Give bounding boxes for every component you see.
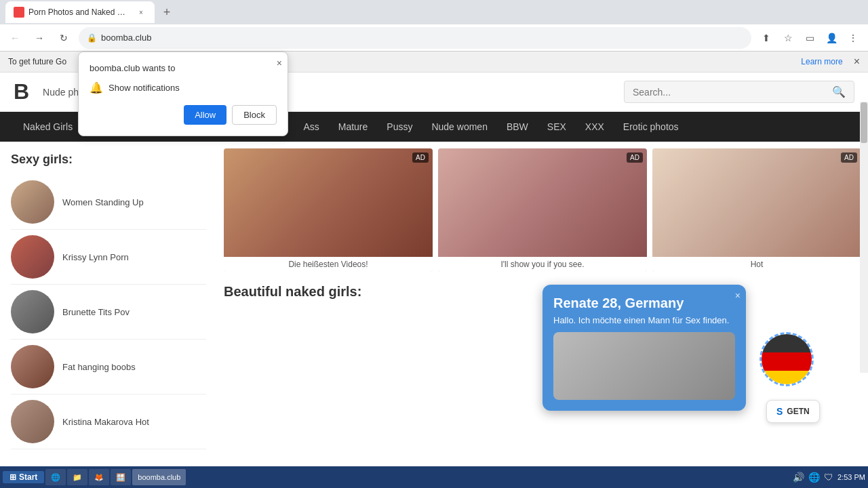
- ad-image: [224, 148, 433, 257]
- lock-icon: 🔒: [87, 33, 97, 43]
- menu-icon[interactable]: ⋮: [844, 28, 863, 47]
- taskbar-firefox-icon[interactable]: 🦊: [89, 469, 109, 485]
- scrollbar-thumb[interactable]: [861, 102, 867, 143]
- tab-title: Porn Photos and Naked Girls - Boom...: [28, 7, 132, 17]
- security-icon[interactable]: 🛡: [824, 472, 833, 483]
- ad-grid: AD Die heißesten Videos! AD I'll show yo…: [224, 148, 861, 272]
- system-time: 2:53 PM: [837, 473, 865, 481]
- cat-pussy[interactable]: Pussy: [377, 112, 422, 142]
- list-item[interactable]: Krissy Lynn Porn: [11, 230, 206, 285]
- taskbar-system-icons: 🔊 🌐 🛡 2:53 PM: [793, 472, 865, 483]
- cat-naked-girls[interactable]: Naked Girls: [14, 112, 82, 142]
- german-flag-icon: [760, 332, 814, 386]
- thumbnail: [11, 345, 54, 388]
- ad-caption: Die heißesten Videos!: [224, 257, 433, 272]
- tab-bar: Porn Photos and Naked Girls - Boom... × …: [0, 0, 868, 24]
- search-icon[interactable]: 🔍: [832, 85, 846, 98]
- dating-popup-close-icon[interactable]: ×: [735, 290, 741, 301]
- toolbar-icons: ⬆ ☆ ▭ 👤 ⋮: [757, 28, 863, 47]
- ad-caption: Hot: [652, 257, 861, 272]
- share-icon[interactable]: ⬆: [757, 28, 776, 47]
- list-item[interactable]: Kristina Makarova Hot: [11, 394, 206, 449]
- scrollbar[interactable]: [860, 102, 868, 373]
- thumbnail: [11, 235, 54, 279]
- sidebar: Sexy girls: Women Standing Up Krissy Lyn…: [0, 142, 217, 479]
- popup-permission-item: 🔔 Show notifications: [90, 81, 277, 94]
- url-bar[interactable]: 🔒 boomba.club: [79, 27, 751, 49]
- flag-red-stripe: [762, 352, 812, 371]
- ad-caption: I'll show you if you see.: [438, 257, 647, 272]
- ad-card[interactable]: AD I'll show you if you see.: [438, 148, 647, 272]
- sidebar-item-label: Fat hanging boobs: [62, 362, 136, 372]
- list-item[interactable]: Women Standing Up: [11, 175, 206, 230]
- ad-card[interactable]: AD Hot: [652, 148, 861, 272]
- sidebar-item-label: Women Standing Up: [62, 197, 144, 207]
- forward-button[interactable]: →: [30, 28, 49, 47]
- thumb-image: [11, 180, 54, 224]
- back-button[interactable]: ←: [5, 28, 24, 47]
- new-tab-button[interactable]: +: [157, 3, 176, 22]
- url-text: boomba.club: [101, 33, 743, 43]
- learn-more-link[interactable]: Learn more: [801, 57, 842, 66]
- cat-mature[interactable]: Mature: [329, 112, 378, 142]
- sidebar-title: Sexy girls:: [11, 152, 206, 167]
- popup-item-text: Show notifications: [108, 83, 180, 93]
- start-label: Start: [19, 472, 37, 482]
- bell-icon: 🔔: [90, 81, 103, 94]
- dating-popup-name: Renate 28, Germany: [553, 296, 735, 311]
- thumbnail: [11, 400, 54, 443]
- ad-card[interactable]: AD Die heißesten Videos!: [224, 148, 433, 272]
- taskbar-folder-icon[interactable]: 📁: [67, 469, 87, 485]
- thumb-image: [11, 235, 54, 279]
- ad-image: [438, 148, 647, 257]
- popup-close-icon[interactable]: ×: [277, 58, 282, 68]
- taskbar-browser-window[interactable]: boomba.club: [132, 469, 186, 485]
- ad-badge: AD: [627, 152, 643, 163]
- ad-badge: AD: [841, 152, 857, 163]
- getnv-label: GETN: [787, 407, 809, 416]
- list-item[interactable]: Brunette Tits Pov: [11, 285, 206, 340]
- reload-button[interactable]: ↻: [54, 28, 73, 47]
- notification-permission-popup: × boomba.club wants to 🔔 Show notificati…: [78, 52, 288, 136]
- sidebar-item-label: Kristina Makarova Hot: [62, 417, 149, 427]
- allow-button[interactable]: Allow: [184, 105, 226, 125]
- tab-favicon: [14, 7, 24, 18]
- notification-close-icon[interactable]: ×: [854, 56, 860, 68]
- thumbnail: [11, 290, 54, 333]
- cat-erotic-photos[interactable]: Erotic photos: [614, 112, 688, 142]
- taskbar-edge-icon[interactable]: 🪟: [111, 469, 131, 485]
- profile-icon[interactable]: 👤: [822, 28, 841, 47]
- thumb-image: [11, 290, 54, 333]
- tab-close-icon[interactable]: ×: [136, 7, 146, 18]
- cat-xxx[interactable]: XXX: [576, 112, 614, 142]
- volume-icon[interactable]: 🔊: [793, 472, 804, 483]
- getnv-logo: S: [776, 406, 783, 417]
- cat-bbw[interactable]: BBW: [497, 112, 538, 142]
- dating-popup: × Renate 28, Germany Hallo. Ich möchte e…: [542, 285, 746, 411]
- bookmark-icon[interactable]: ☆: [778, 28, 797, 47]
- site-logo: B: [14, 79, 29, 104]
- address-bar: ← → ↻ 🔒 boomba.club ⬆ ☆ ▭ 👤 ⋮: [0, 24, 868, 52]
- getnv-button[interactable]: S GETN: [766, 400, 820, 423]
- layout-icon[interactable]: ▭: [800, 28, 819, 47]
- start-button[interactable]: ⊞ Start: [3, 471, 44, 483]
- dating-popup-image: [553, 332, 735, 400]
- dating-popup-message: Hallo. Ich möchte einen Mann für Sex fin…: [553, 315, 735, 325]
- cat-nude-women[interactable]: Nude women: [422, 112, 497, 142]
- search-bar: 🔍: [624, 81, 854, 103]
- start-icon: ⊞: [9, 472, 16, 482]
- browser-tab[interactable]: Porn Photos and Naked Girls - Boom... ×: [5, 1, 155, 23]
- taskbar-ie-icon[interactable]: 🌐: [45, 469, 66, 485]
- block-button[interactable]: Block: [232, 105, 277, 125]
- network-icon[interactable]: 🌐: [808, 472, 820, 483]
- popup-buttons: Allow Block: [90, 105, 277, 125]
- list-item[interactable]: Fat hanging boobs: [11, 340, 206, 394]
- browser-chrome: Porn Photos and Naked Girls - Boom... × …: [0, 0, 868, 52]
- cat-ass[interactable]: Ass: [294, 112, 328, 142]
- thumb-image: [11, 345, 54, 388]
- sidebar-item-label: Brunette Tits Pov: [62, 307, 130, 317]
- cat-sex[interactable]: SEX: [538, 112, 576, 142]
- search-input[interactable]: [633, 87, 827, 98]
- taskbar: ⊞ Start 🌐 📁 🦊 🪟 boomba.club 🔊 🌐 🛡 2:53 P…: [0, 466, 868, 488]
- ad-badge: AD: [412, 152, 429, 163]
